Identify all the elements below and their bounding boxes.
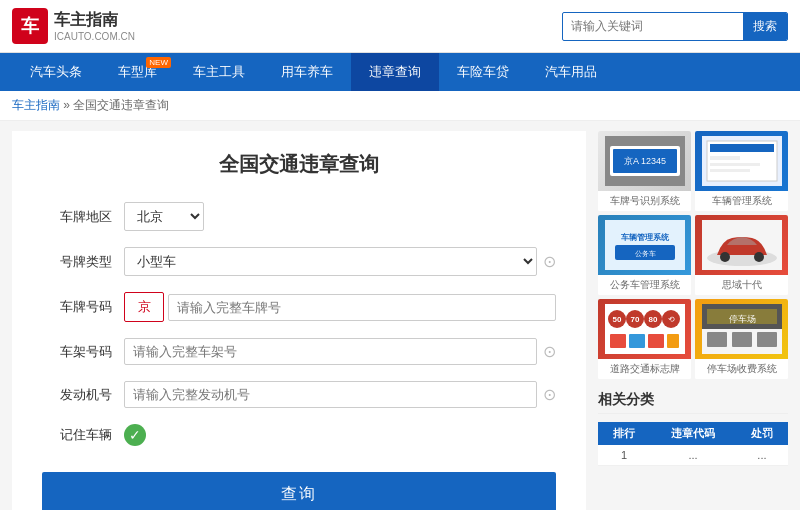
breadcrumb-home[interactable]: 车主指南 — [12, 98, 60, 112]
nav-item-insurance[interactable]: 车险车贷 — [439, 53, 527, 91]
plate-prefix[interactable]: 京 — [124, 292, 164, 322]
related-table: 排行 违章代码 处罚 1 ... ... — [598, 422, 788, 466]
breadcrumb-current: 全国交通违章查询 — [73, 98, 169, 112]
sidebar-img-5: 50 70 80 ⟲ — [598, 299, 691, 359]
logo-cn: 车主指南 — [54, 10, 135, 31]
svg-point-16 — [720, 252, 730, 262]
sidebar-card-6[interactable]: 停车场 停车场收费系统 — [695, 299, 788, 379]
svg-rect-27 — [610, 334, 626, 348]
svg-text:50: 50 — [612, 315, 621, 324]
table-row: 1 ... ... — [598, 445, 788, 466]
sidebar-label-6: 停车场收费系统 — [695, 359, 788, 379]
svg-text:⟲: ⟲ — [667, 315, 674, 324]
svg-text:车辆管理系统: 车辆管理系统 — [621, 232, 670, 242]
svg-text:停车场: 停车场 — [728, 314, 755, 324]
sidebar-label-1: 车牌号识别系统 — [598, 191, 691, 211]
sidebar-card-5[interactable]: 50 70 80 ⟲ 道路交通标志牌 — [598, 299, 691, 379]
plate-no-row: 车牌号码 京 — [42, 292, 556, 322]
nav-item-news[interactable]: 汽车头条 — [12, 53, 100, 91]
plate-type-label: 号牌类型 — [42, 253, 112, 271]
nav-item-tools[interactable]: 车主工具 — [175, 53, 263, 91]
region-row: 车牌地区 北京 — [42, 202, 556, 231]
sidebar-card-2[interactable]: 车辆管理系统 — [695, 131, 788, 211]
search-input[interactable] — [563, 15, 743, 37]
breadcrumb: 车主指南 » 全国交通违章查询 — [0, 91, 800, 121]
engine-row: 发动机号 ⊙ — [42, 381, 556, 408]
logo: 车 车主指南 ICAUTO.COM.CN — [12, 8, 135, 44]
nav-item-models[interactable]: 车型库 NEW — [100, 53, 175, 91]
svg-rect-9 — [710, 169, 750, 172]
query-button[interactable]: 查询 — [42, 472, 556, 510]
engine-label: 发动机号 — [42, 386, 112, 404]
nav-item-violations[interactable]: 违章查询 — [351, 53, 439, 91]
vin-control: ⊙ — [124, 338, 556, 365]
sidebar-img-4 — [695, 215, 788, 275]
vin-row: 车架号码 ⊙ — [42, 338, 556, 365]
sidebar-img-2 — [695, 131, 788, 191]
logo-text: 车主指南 ICAUTO.COM.CN — [54, 10, 135, 42]
plate-type-control: 小型车 ⊙ — [124, 247, 556, 276]
related-col-rank: 排行 — [598, 422, 650, 445]
svg-rect-7 — [710, 156, 740, 160]
svg-rect-29 — [648, 334, 664, 348]
sidebar-label-4: 思域十代 — [695, 275, 788, 295]
region-label: 车牌地区 — [42, 208, 112, 226]
sidebar-card-3[interactable]: 车辆管理系统 公务车 公务车管理系统 — [598, 215, 691, 295]
plate-no-label: 车牌号码 — [42, 298, 112, 316]
search-button[interactable]: 搜索 — [743, 13, 787, 40]
form-area: 全国交通违章查询 车牌地区 北京 号牌类型 小型车 ⊙ 车牌号码 — [12, 131, 586, 510]
remember-checkbox[interactable]: ✓ — [124, 424, 146, 446]
sidebar-card-1[interactable]: 京A 12345 车牌号识别系统 — [598, 131, 691, 211]
sidebar-label-5: 道路交通标志牌 — [598, 359, 691, 379]
nav-item-supplies[interactable]: 汽车用品 — [527, 53, 615, 91]
sidebar-grid: 京A 12345 车牌号识别系统 车辆管理系统 — [598, 131, 788, 379]
svg-rect-36 — [732, 332, 752, 347]
remember-control: ✓ — [124, 424, 556, 446]
svg-text:公务车: 公务车 — [634, 250, 655, 257]
svg-rect-6 — [710, 144, 774, 152]
related-col-penalty: 处罚 — [736, 422, 788, 445]
svg-rect-35 — [707, 332, 727, 347]
engine-icon: ⊙ — [543, 385, 556, 404]
search-box: 搜索 — [562, 12, 788, 41]
header: 车 车主指南 ICAUTO.COM.CN 搜索 — [0, 0, 800, 53]
sidebar-label-2: 车辆管理系统 — [695, 191, 788, 211]
svg-rect-30 — [667, 334, 679, 348]
sidebar-label-3: 公务车管理系统 — [598, 275, 691, 295]
related-title: 相关分类 — [598, 391, 788, 414]
sidebar-img-1: 京A 12345 — [598, 131, 691, 191]
svg-text:70: 70 — [630, 315, 639, 324]
region-select[interactable]: 北京 — [124, 202, 204, 231]
svg-rect-37 — [757, 332, 777, 347]
remember-row: 记住车辆 ✓ — [42, 424, 556, 446]
plate-type-icon: ⊙ — [543, 252, 556, 271]
svg-rect-28 — [629, 334, 645, 348]
svg-text:80: 80 — [648, 315, 657, 324]
sidebar: 京A 12345 车牌号识别系统 车辆管理系统 — [598, 131, 788, 510]
svg-text:京A 12345: 京A 12345 — [623, 156, 665, 166]
breadcrumb-separator: » — [63, 98, 73, 112]
region-control: 北京 — [124, 202, 556, 231]
vin-input[interactable] — [124, 338, 537, 365]
new-badge: NEW — [146, 57, 171, 68]
sidebar-img-6: 停车场 — [695, 299, 788, 359]
plate-type-row: 号牌类型 小型车 ⊙ — [42, 247, 556, 276]
plate-no-input[interactable] — [168, 294, 556, 321]
engine-input[interactable] — [124, 381, 537, 408]
logo-en: ICAUTO.COM.CN — [54, 31, 135, 42]
sidebar-card-4[interactable]: 思域十代 — [695, 215, 788, 295]
logo-icon: 车 — [12, 8, 48, 44]
vin-icon: ⊙ — [543, 342, 556, 361]
svg-point-17 — [754, 252, 764, 262]
vin-label: 车架号码 — [42, 343, 112, 361]
main-nav: 汽车头条 车型库 NEW 车主工具 用车养车 违章查询 车险车贷 汽车用品 — [0, 53, 800, 91]
nav-item-maintenance[interactable]: 用车养车 — [263, 53, 351, 91]
related-col-code: 违章代码 — [650, 422, 736, 445]
svg-rect-8 — [710, 163, 760, 166]
plate-type-select[interactable]: 小型车 — [124, 247, 537, 276]
plate-no-control: 京 — [124, 292, 556, 322]
engine-control: ⊙ — [124, 381, 556, 408]
related-section: 相关分类 排行 违章代码 处罚 1 ... ... — [598, 391, 788, 466]
main-content: 全国交通违章查询 车牌地区 北京 号牌类型 小型车 ⊙ 车牌号码 — [0, 121, 800, 510]
remember-label: 记住车辆 — [42, 426, 112, 444]
